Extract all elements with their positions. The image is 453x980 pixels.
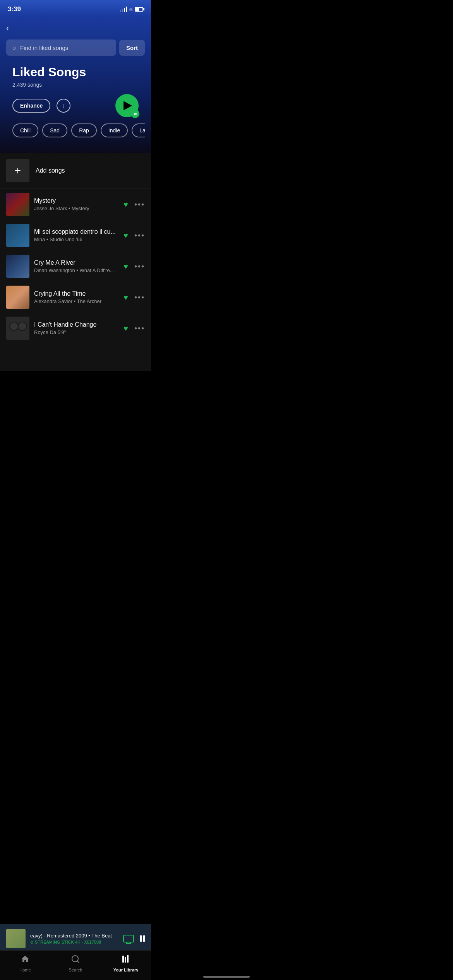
wifi-icon: ⌾ bbox=[129, 6, 132, 12]
song-info: Cry Me A River Dinah Washington • What A… bbox=[34, 259, 119, 273]
album-art-dinah bbox=[6, 255, 29, 278]
genre-pill-latin[interactable]: Latin bbox=[132, 123, 145, 137]
song-artist: Alexandra Savior • The Archer bbox=[34, 298, 119, 304]
header-area: ‹ ⌕ Find in liked songs Sort Liked Songs… bbox=[0, 16, 151, 153]
album-art-mina bbox=[6, 224, 29, 247]
song-artwork bbox=[6, 224, 29, 247]
song-artwork bbox=[6, 317, 29, 340]
song-actions: ♥ ••• bbox=[124, 200, 145, 209]
download-button[interactable]: ↓ bbox=[57, 99, 70, 113]
sort-button[interactable]: Sort bbox=[119, 40, 145, 56]
album-art-mystery bbox=[6, 193, 29, 216]
like-icon[interactable]: ♥ bbox=[124, 200, 128, 209]
battery-icon bbox=[135, 7, 143, 12]
song-actions: ♥ ••• bbox=[124, 293, 145, 302]
song-info: Crying All the Time Alexandra Savior • T… bbox=[34, 290, 119, 304]
add-songs-row[interactable]: + Add songs bbox=[0, 153, 151, 189]
song-artist: Dinah Washington • What A Diff're... bbox=[34, 267, 119, 273]
genre-pills: Chill Sad Rap Indie Latin R&B bbox=[6, 123, 145, 137]
search-placeholder: Find in liked songs bbox=[20, 45, 68, 51]
enhance-button[interactable]: Enhance bbox=[12, 99, 50, 113]
song-artist: Jesse Jo Stark • Mystery bbox=[34, 206, 119, 211]
song-info: I Can't Handle Change Royce Da 5'9" bbox=[34, 321, 119, 335]
more-options-icon[interactable]: ••• bbox=[134, 324, 145, 333]
more-options-icon[interactable]: ••• bbox=[134, 293, 145, 302]
page-title: Liked Songs bbox=[12, 65, 139, 79]
more-options-icon[interactable]: ••• bbox=[134, 200, 145, 209]
song-info: Mi sei scoppiato dentro il cu... Mina • … bbox=[34, 228, 119, 242]
song-artist: Mina • Studio Uno '66 bbox=[34, 236, 119, 242]
genre-pill-sad[interactable]: Sad bbox=[42, 123, 67, 137]
song-actions: ♥ ••• bbox=[124, 324, 145, 333]
play-shuffle-container: ⇌ bbox=[115, 94, 139, 117]
genre-pill-indie[interactable]: Indie bbox=[101, 123, 128, 137]
song-artwork bbox=[6, 286, 29, 309]
song-title: Mi sei scoppiato dentro il cu... bbox=[34, 228, 119, 235]
svg-point-4 bbox=[19, 322, 26, 330]
song-title: Cry Me A River bbox=[34, 259, 119, 266]
status-time: 3:39 bbox=[8, 5, 21, 13]
like-icon[interactable]: ♥ bbox=[124, 293, 128, 302]
song-title: Mystery bbox=[34, 197, 119, 204]
like-icon[interactable]: ♥ bbox=[124, 262, 128, 271]
left-controls: Enhance ↓ bbox=[12, 99, 70, 113]
song-actions: ♥ ••• bbox=[124, 231, 145, 240]
add-songs-icon: + bbox=[6, 159, 29, 182]
download-icon: ↓ bbox=[62, 102, 65, 109]
back-arrow-icon: ‹ bbox=[6, 23, 9, 33]
song-artist: Royce Da 5'9" bbox=[34, 329, 119, 335]
play-icon bbox=[124, 101, 132, 110]
shuffle-icon: ⇌ bbox=[131, 110, 139, 118]
song-artwork bbox=[6, 255, 29, 278]
like-icon[interactable]: ♥ bbox=[124, 324, 128, 333]
song-row[interactable]: I Can't Handle Change Royce Da 5'9" ♥ ••… bbox=[0, 313, 151, 371]
svg-point-3 bbox=[10, 322, 18, 330]
album-art-royce bbox=[6, 317, 29, 340]
main-content: + Add songs Mystery Jesse Jo Stark • Mys… bbox=[0, 153, 151, 371]
song-title: Crying All the Time bbox=[34, 290, 119, 297]
song-row[interactable]: Mystery Jesse Jo Stark • Mystery ♥ ••• bbox=[0, 189, 151, 220]
song-artwork bbox=[6, 193, 29, 216]
song-title: I Can't Handle Change bbox=[34, 321, 119, 328]
signal-icon bbox=[120, 7, 127, 12]
more-options-icon[interactable]: ••• bbox=[134, 262, 145, 271]
controls-row: Enhance ↓ ⇌ bbox=[6, 94, 145, 117]
song-row[interactable]: Mi sei scoppiato dentro il cu... Mina • … bbox=[0, 220, 151, 251]
search-icon: ⌕ bbox=[12, 44, 16, 51]
search-input[interactable]: ⌕ Find in liked songs bbox=[6, 39, 116, 56]
song-info: Mystery Jesse Jo Stark • Mystery bbox=[34, 197, 119, 211]
like-icon[interactable]: ♥ bbox=[124, 231, 128, 240]
song-count: 2,439 songs bbox=[12, 82, 139, 88]
more-options-icon[interactable]: ••• bbox=[134, 231, 145, 240]
album-art-alexandra bbox=[6, 286, 29, 309]
search-sort-row: ⌕ Find in liked songs Sort bbox=[6, 39, 145, 56]
song-row[interactable]: Cry Me A River Dinah Washington • What A… bbox=[0, 251, 151, 282]
song-actions: ♥ ••• bbox=[124, 262, 145, 271]
add-songs-label: Add songs bbox=[36, 167, 65, 174]
genre-pill-rap[interactable]: Rap bbox=[71, 123, 97, 137]
genre-pill-chill[interactable]: Chill bbox=[12, 123, 38, 137]
royce-art-svg bbox=[6, 317, 29, 340]
status-icons: ⌾ bbox=[120, 6, 143, 12]
back-button[interactable]: ‹ bbox=[6, 20, 145, 36]
song-row[interactable]: Crying All the Time Alexandra Savior • T… bbox=[0, 282, 151, 313]
status-bar: 3:39 ⌾ bbox=[0, 0, 151, 16]
title-section: Liked Songs 2,439 songs bbox=[6, 65, 145, 88]
